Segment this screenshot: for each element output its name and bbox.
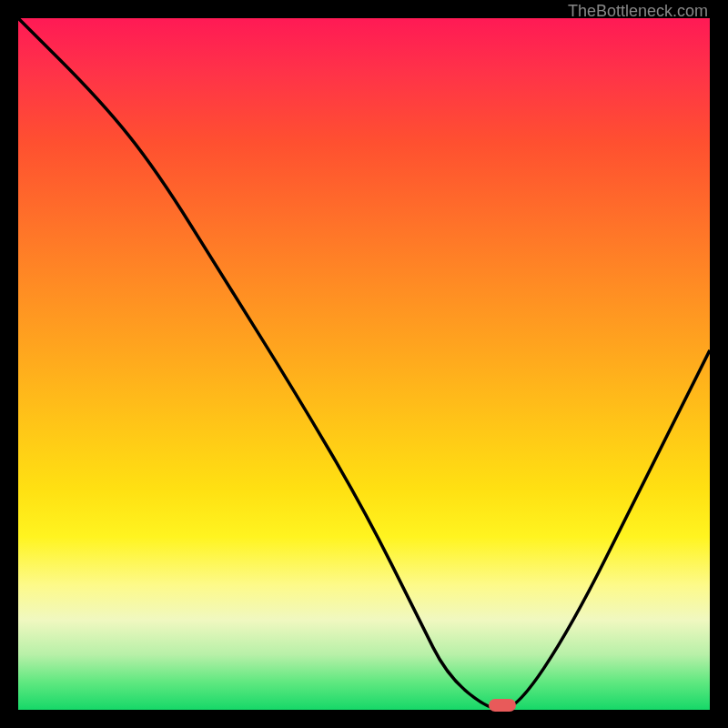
bottleneck-curve (18, 18, 710, 710)
attribution-label: TheBottleneck.com (568, 2, 708, 21)
chart-container: TheBottleneck.com (0, 0, 728, 728)
curve-svg (18, 18, 710, 710)
optimum-marker (489, 699, 516, 712)
